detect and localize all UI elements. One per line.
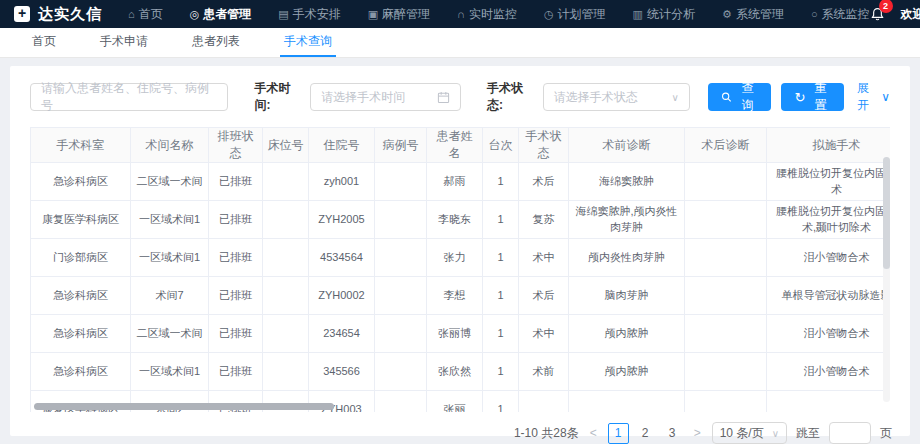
expand-filters-link[interactable]: 展开 ∨ [857, 80, 890, 114]
nav-item-实时监控[interactable]: ∩实时监控 [457, 6, 517, 23]
nav-item-label: 统计分析 [647, 6, 695, 23]
nav-item-系统监控[interactable]: ○系统监控 [811, 6, 870, 23]
nav-item-label: 麻醉管理 [382, 6, 430, 23]
tab-患者列表[interactable]: 患者列表 [188, 28, 244, 57]
page-number-3[interactable]: 3 [662, 423, 683, 444]
nav-item-统计分析[interactable]: ▥统计分析 [633, 6, 695, 23]
system-monitor-icon: ○ [811, 8, 818, 20]
table-cell: 1 [483, 163, 519, 201]
reset-button[interactable]: ↻ 重置 [781, 83, 844, 111]
table-cell: 张力 [427, 239, 483, 277]
table-cell: 1 [483, 201, 519, 239]
page-size-chevron-icon: ∨ [772, 428, 779, 439]
table-cell: 已排班 [209, 201, 263, 239]
pagination: 1-10 共28条 < 123 > 10 条/页 ∨ 跳至 页 [28, 422, 892, 444]
table-cell [685, 277, 767, 315]
table-cell: ZYH0002 [309, 277, 375, 315]
nav-item-系统管理[interactable]: ⚙系统管理 [722, 6, 784, 23]
tab-手术申请[interactable]: 手术申请 [96, 28, 152, 57]
nav-item-label: 患者管理 [203, 6, 251, 23]
table-header-row: 手术科室术间名称排班状态床位号住院号病例号患者姓名台次手术状态术前诊断术后诊断拟… [31, 128, 891, 163]
table-cell: 234654 [309, 315, 375, 353]
surgery-time-picker[interactable]: 请选择手术时间 [310, 83, 461, 111]
app-logo: + 达实久信 [14, 5, 102, 24]
table-cell: 颅内脓肿 [569, 353, 685, 391]
prev-page-icon[interactable]: < [588, 426, 599, 440]
nav-item-麻醉管理[interactable]: ▣麻醉管理 [368, 6, 430, 23]
keyword-search-input[interactable]: 请输入患者姓名、住院号、病例号 [30, 83, 228, 111]
table-cell [263, 353, 309, 391]
table-cell: 泪小管吻合术 [767, 239, 891, 277]
table-cell [375, 315, 427, 353]
table-row[interactable]: 康复医学科病区一区域术间1已排班ZYH2005李晓东1复苏海绵窦脓肿,颅内炎性肉… [31, 201, 891, 239]
table-cell: 李想 [427, 277, 483, 315]
table-cell: 颅内脓肿 [569, 315, 685, 353]
surgery-status-select[interactable]: 请选择手术状态 ∨ [543, 83, 690, 111]
table-cell: 泪小管吻合术 [767, 353, 891, 391]
vertical-scrollbar-thumb[interactable] [883, 157, 890, 269]
page-size-select[interactable]: 10 条/页 ∨ [712, 422, 787, 444]
table-cell: 李晓东 [427, 201, 483, 239]
patient-mgmt-icon: ◎ [190, 8, 200, 21]
keyword-placeholder: 请输入患者姓名、住院号、病例号 [41, 80, 217, 114]
table-cell [375, 391, 427, 413]
nav-item-手术安排[interactable]: ▤手术安排 [278, 6, 340, 23]
logo-plus-icon: + [14, 6, 30, 22]
table-cell: 郝雨 [427, 163, 483, 201]
surgery-time-placeholder: 请选择手术时间 [321, 89, 405, 106]
table-row[interactable]: 急诊科病区二区域一术间已排班zyh001郝雨1术后海绵窦脓肿腰椎脱位切开复位内固… [31, 163, 891, 201]
table-cell: 1 [483, 391, 519, 413]
table-cell: 已排班 [209, 315, 263, 353]
table-cell: 张欣然 [427, 353, 483, 391]
nav-item-首页[interactable]: ⌂首页 [128, 6, 163, 23]
table-cell: 二区域一术间 [131, 315, 209, 353]
horizontal-scrollbar-thumb[interactable] [34, 403, 334, 410]
table-cell [685, 201, 767, 239]
search-icon [721, 91, 732, 103]
table-cell: 已排班 [209, 277, 263, 315]
next-page-icon[interactable]: > [692, 426, 703, 440]
table-cell: 张丽博 [427, 315, 483, 353]
nav-item-label: 系统管理 [736, 6, 784, 23]
nav-item-计划管理[interactable]: ◷计划管理 [544, 6, 606, 23]
jump-page-input[interactable] [829, 422, 871, 444]
table-cell [767, 391, 891, 413]
column-header-术前诊断: 术前诊断 [569, 128, 685, 163]
table-cell [263, 201, 309, 239]
table-row[interactable]: 急诊科病区术间7已排班ZYH0002李想1术后脑肉芽肿单根导管冠状动脉造影 [31, 277, 891, 315]
table-cell [375, 277, 427, 315]
table-cell: zyh001 [309, 163, 375, 201]
column-header-排班状态: 排班状态 [209, 128, 263, 163]
nav-item-患者管理[interactable]: ◎患者管理 [190, 6, 252, 23]
main-menu: ⌂首页◎患者管理▤手术安排▣麻醉管理∩实时监控◷计划管理▥统计分析⚙系统管理○系… [128, 6, 870, 23]
table-body: 急诊科病区二区域一术间已排班zyh001郝雨1术后海绵窦脓肿腰椎脱位切开复位内固… [31, 163, 891, 413]
table-cell: 术前 [519, 353, 569, 391]
nav-item-label: 计划管理 [558, 6, 606, 23]
expand-label: 展开 [857, 80, 878, 114]
table-cell: 张丽 [427, 391, 483, 413]
table-cell: 1 [483, 353, 519, 391]
table-cell: ZYH2005 [309, 201, 375, 239]
search-button[interactable]: 查询 [708, 83, 772, 111]
table-cell: 术中 [519, 315, 569, 353]
tab-首页[interactable]: 首页 [28, 28, 60, 57]
page-number-1[interactable]: 1 [608, 423, 629, 444]
table-cell: 已排班 [209, 353, 263, 391]
column-header-床位号: 床位号 [263, 128, 309, 163]
table-cell: 门诊部病区 [31, 239, 131, 277]
table-row[interactable]: 急诊科病区二区域一术间已排班234654张丽博1术中颅内脓肿泪小管吻合术 [31, 315, 891, 353]
table-cell: 脑肉芽肿 [569, 277, 685, 315]
table-cell [263, 163, 309, 201]
table-cell: 腰椎脱位切开复位内固定术,颞叶切除术 [767, 201, 891, 239]
tab-bar: 首页手术申请患者列表手术查询 [0, 28, 920, 58]
vertical-scrollbar[interactable] [883, 157, 890, 402]
table-row[interactable]: 急诊科病区一区域术间1已排班345566张欣然1术前颅内脓肿泪小管吻合术 [31, 353, 891, 391]
table-row[interactable]: 门诊部病区一区域术间1已排班4534564张力1术中颅内炎性肉芽肿泪小管吻合术 [31, 239, 891, 277]
notification-bell-icon[interactable]: 2 [870, 6, 886, 22]
page-number-2[interactable]: 2 [635, 423, 656, 444]
tab-手术查询[interactable]: 手术查询 [280, 28, 336, 57]
table-cell: 颅内炎性肉芽肿 [569, 239, 685, 277]
nav-item-label: 手术安排 [293, 6, 341, 23]
table-cell [375, 163, 427, 201]
surgery-status-label: 手术状态: [487, 80, 535, 114]
